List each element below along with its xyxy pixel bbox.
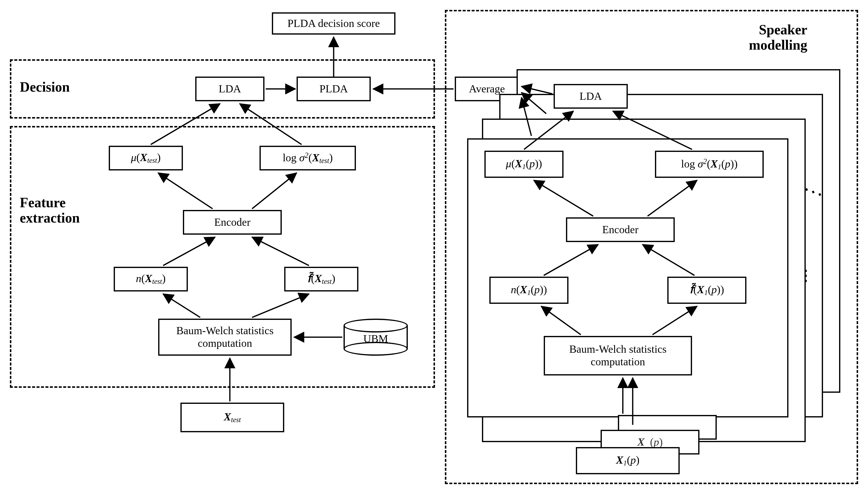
box-logsig-test: log σ2(Xtest) bbox=[260, 146, 356, 170]
box-plda-score: PLDA decision score bbox=[272, 12, 396, 35]
cylinder-ubm: UBM bbox=[344, 319, 408, 356]
box-mu-x1: μ(X1(p)) bbox=[484, 151, 564, 178]
ellipsis-dots-bottom: ⋮ bbox=[798, 267, 813, 284]
box-encoder-right: Encoder bbox=[566, 217, 675, 242]
box-n-test: n(Xtest) bbox=[114, 267, 188, 291]
box-bw-left: Baum-Welch statisticscomputation bbox=[158, 319, 291, 356]
box-plda: PLDA bbox=[297, 76, 371, 101]
box-encoder-left: Encoder bbox=[183, 210, 282, 235]
label-speaker-modelling: Speaker modelling bbox=[749, 22, 807, 53]
box-bw-right: Baum-Welch statisticscomputation bbox=[544, 336, 692, 375]
label-decision: Decision bbox=[20, 79, 70, 95]
box-logsig-x1: log σ2(X1(p)) bbox=[655, 151, 764, 178]
box-f-x1: f̃(X1(p)) bbox=[667, 277, 746, 304]
box-lda-left: LDA bbox=[195, 76, 265, 101]
box-f-test: f̃(Xtest) bbox=[284, 267, 358, 291]
box-mu-test: μ(Xtest) bbox=[109, 146, 183, 170]
box-x1: X1(p) bbox=[576, 447, 680, 474]
box-lda-right: LDA bbox=[554, 84, 628, 109]
box-n-x1: n(X1(p)) bbox=[489, 277, 568, 304]
box-xtest: Xtest bbox=[180, 403, 284, 432]
label-feature-extraction: Feature extraction bbox=[20, 195, 80, 225]
